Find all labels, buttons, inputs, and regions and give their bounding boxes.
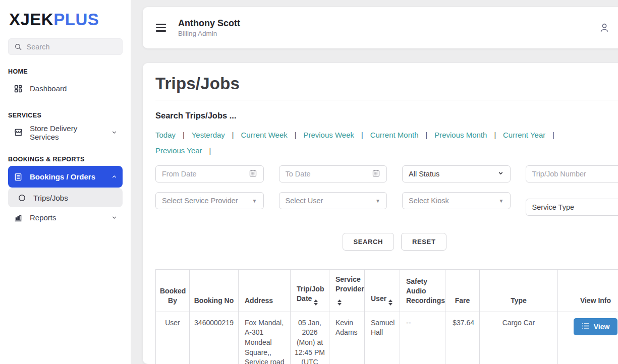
page-title: Trips/Jobs (155, 74, 618, 93)
menu-toggle-icon[interactable] (156, 24, 166, 32)
user-select-value: Select User (286, 197, 376, 205)
col-type: Type (480, 270, 558, 312)
sidebar-search[interactable] (8, 38, 123, 55)
sort-icon (314, 299, 318, 306)
cell-trip-job-date: 05 Jan, 2026 (Mon) at 12:45 PM (UTC (291, 312, 329, 364)
quick-filter-current-week[interactable]: Current Week (241, 131, 287, 139)
kiosk-select[interactable]: Select Kiosk ▼ (402, 192, 511, 209)
dropdown-arrow-icon: ▼ (375, 198, 380, 204)
user-select[interactable]: Select User ▼ (279, 192, 387, 209)
view-button[interactable]: View (574, 318, 618, 335)
sidebar-item-label: Store Delivery Services (30, 124, 104, 141)
col-view-info: View Info (558, 270, 618, 312)
quick-filter-previous-week[interactable]: Previous Week (303, 131, 354, 139)
cell-view: View (558, 312, 618, 364)
user-block: Anthony Scott Billing Admin (178, 18, 240, 37)
table-header-row: Booked By Booking No Address Trip/Job Da… (156, 270, 618, 312)
top-bar: Anthony Scott Billing Admin (143, 7, 618, 48)
actions-row: SEARCH RESET (155, 233, 618, 251)
brand-secondary: PLUS (53, 10, 99, 29)
cell-booked-by: User (156, 312, 190, 364)
col-address: Address (239, 270, 291, 312)
search-icon (14, 43, 23, 51)
chevron-down-icon (497, 170, 504, 178)
results-table: Booked By Booking No Address Trip/Job Da… (155, 269, 618, 364)
cell-user: Samuel Hall (365, 312, 400, 364)
table-row: User 3460000219 Fox Mandal, A-301 Mondea… (156, 312, 618, 364)
cell-safety-audio: -- (400, 312, 445, 364)
col-trip-job-date[interactable]: Trip/Job Date (291, 270, 329, 312)
chevron-down-icon (111, 129, 118, 136)
cell-fare: $37.64 (445, 312, 480, 364)
cell-type: Cargo Car (480, 312, 558, 364)
profile-icon[interactable] (599, 22, 610, 33)
quick-filter-current-month[interactable]: Current Month (370, 131, 419, 139)
bookings-orders-icon (13, 172, 23, 181)
status-select-value: All Status (409, 170, 497, 178)
from-date-field[interactable] (155, 165, 264, 183)
col-booking-no: Booking No (190, 270, 239, 312)
filter-form: All Status Select Service Provider ▼ Sel… (155, 165, 618, 216)
status-select[interactable]: All Status (402, 165, 511, 183)
to-date-input[interactable] (286, 170, 372, 178)
sidebar-item-reports[interactable]: Reports (8, 207, 123, 228)
cell-address: Fox Mandal, A-301 Mondeal Square,, Servi… (239, 312, 291, 364)
section-bookings-reports: BOOKINGS & REPORTS (8, 156, 123, 163)
quick-filters: Today| Yesterday| Current Week| Previous… (155, 131, 618, 155)
cell-booking-no: 3460000219 (190, 312, 239, 364)
from-date-input[interactable] (162, 170, 249, 178)
store-icon (13, 128, 23, 137)
section-home: HOME (8, 68, 123, 75)
sidebar-item-label: Reports (30, 213, 104, 222)
sidebar-search-input[interactable] (27, 43, 117, 51)
brand-logo: XJEKPLUS (8, 9, 123, 29)
sidebar-item-store-delivery[interactable]: Store Delivery Services (8, 122, 123, 143)
circle-icon (17, 194, 27, 202)
sidebar-item-dashboard[interactable]: Dashboard (8, 78, 123, 99)
quick-filter-previous-year[interactable]: Previous Year (155, 146, 202, 155)
dashboard-icon (13, 84, 23, 93)
content-card: Trips/Jobs Search Trips/Jobs ... Today| … (143, 63, 618, 364)
quick-filter-previous-month[interactable]: Previous Month (434, 131, 487, 139)
service-type-value: Service Type (532, 203, 618, 211)
quick-filter-yesterday[interactable]: Yesterday (192, 131, 225, 139)
service-provider-value: Select Service Provider (162, 197, 252, 205)
kiosk-select-value: Select Kiosk (409, 197, 499, 205)
calendar-icon (249, 169, 257, 179)
trip-job-number-input[interactable] (532, 170, 618, 178)
results-table-wrap: Booked By Booking No Address Trip/Job Da… (155, 269, 618, 364)
sidebar-item-bookings-orders[interactable]: Bookings / Orders (8, 166, 123, 188)
section-services: SERVICES (8, 112, 123, 119)
col-service-provider[interactable]: Service Provider (329, 270, 365, 312)
sidebar: XJEKPLUS HOME Dashboard SERVICES Store D… (0, 0, 131, 364)
trip-job-number-field[interactable] (526, 165, 618, 183)
search-button[interactable]: SEARCH (343, 233, 395, 251)
chevron-down-icon (111, 214, 118, 221)
col-user[interactable]: User (365, 270, 400, 312)
sidebar-item-label: Trips/Jobs (33, 194, 68, 202)
sidebar-item-label: Bookings / Orders (30, 172, 104, 181)
reports-icon (13, 213, 23, 222)
col-safety-audio: Safety Audio Recordings (400, 270, 445, 312)
to-date-field[interactable] (279, 165, 387, 183)
title-divider (155, 100, 618, 100)
quick-filter-today[interactable]: Today (155, 131, 176, 139)
brand-primary: XJEK (9, 10, 53, 29)
sidebar-item-label: Dashboard (30, 84, 67, 93)
user-name: Anthony Scott (178, 18, 240, 29)
dropdown-arrow-icon: ▼ (499, 198, 504, 204)
main-area: Anthony Scott Billing Admin Trips/Jobs S… (131, 0, 618, 364)
col-booked-by: Booked By (156, 270, 190, 312)
user-role: Billing Admin (178, 30, 240, 37)
sort-icon (388, 299, 392, 306)
list-icon (582, 323, 589, 331)
reset-button[interactable]: RESET (401, 233, 446, 251)
col-fare: Fare (445, 270, 480, 312)
quick-filter-current-year[interactable]: Current Year (503, 131, 545, 139)
service-type-select[interactable]: Service Type (526, 199, 618, 216)
service-provider-select[interactable]: Select Service Provider ▼ (155, 192, 264, 209)
chevron-up-icon (111, 173, 118, 180)
sort-icon (338, 299, 342, 306)
cell-service-provider: Kevin Adams (329, 312, 365, 364)
sidebar-item-trips-jobs[interactable]: Trips/Jobs (8, 188, 123, 207)
